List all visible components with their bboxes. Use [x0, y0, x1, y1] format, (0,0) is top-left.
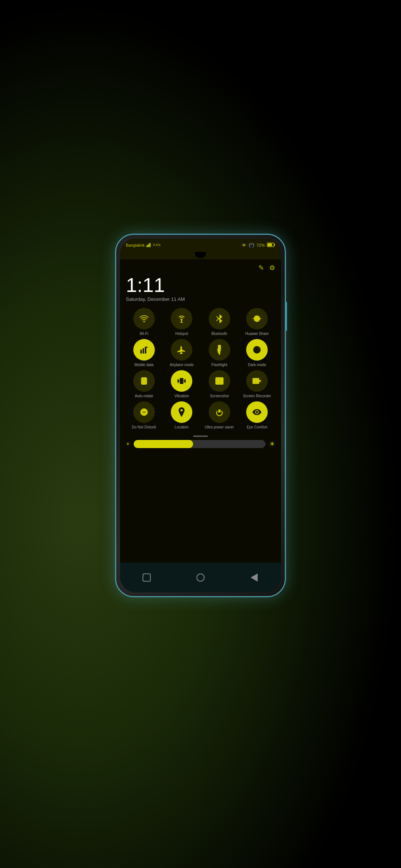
- home-icon: [196, 573, 205, 582]
- tile-eye-comfort[interactable]: Eye Comfort: [239, 401, 276, 430]
- tile-label-airplane: Airplane mode: [170, 363, 193, 367]
- svg-rect-28: [252, 378, 259, 384]
- status-right-icons: 👁 📳 72%: [242, 243, 275, 248]
- svg-rect-6: [268, 244, 272, 246]
- svg-rect-2: [149, 244, 150, 247]
- tile-vibration[interactable]: Vibration: [164, 370, 200, 398]
- tile-wifi[interactable]: Wi-Fi: [126, 308, 162, 336]
- svg-rect-17: [218, 345, 221, 349]
- svg-rect-18: [219, 353, 220, 355]
- tile-icon-mobile-data: [133, 339, 155, 361]
- tile-label-location: Location: [175, 425, 189, 430]
- vibrate-status-icon: 📳: [249, 243, 254, 248]
- tile-icon-bluetooth: [209, 308, 230, 329]
- battery-icon: [267, 243, 275, 248]
- tile-label-huawei-share: Huawei Share: [245, 332, 269, 336]
- brightness-max-icon: ☀: [269, 440, 275, 448]
- status-bar: Banglalink 3 K/s 👁 📳 72%: [120, 239, 281, 252]
- tile-icon-dark-mode: [246, 339, 268, 361]
- tile-flashlight[interactable]: Flashlight: [201, 339, 238, 367]
- svg-rect-30: [218, 410, 221, 412]
- tile-icon-auto-rotate: [133, 370, 155, 392]
- tile-label-wifi: Wi-Fi: [140, 332, 148, 336]
- tile-label-hotspot: Hotspot: [175, 332, 188, 336]
- tile-label-ultra-power: Ultra power saver: [205, 425, 234, 430]
- tile-auto-rotate[interactable]: Auto-rotate: [126, 370, 162, 398]
- brightness-bar: ☀ ☀: [126, 440, 275, 448]
- brightness-min-icon: ☀: [126, 441, 130, 447]
- tile-screen-recorder[interactable]: Screen Recorder: [239, 370, 276, 398]
- svg-rect-1: [147, 245, 149, 247]
- svg-rect-25: [184, 380, 185, 382]
- status-carrier: Banglalink 3 K/s: [126, 243, 160, 248]
- edit-button[interactable]: ✎: [258, 264, 264, 272]
- tile-location[interactable]: Location: [164, 401, 200, 430]
- tile-label-auto-rotate: Auto-rotate: [135, 394, 153, 398]
- tile-icon-vibration: [171, 370, 192, 392]
- control-panel: ✎ ⚙ 1:11 Saturday, December 11 AM Wi-FiH…: [120, 259, 281, 563]
- tile-label-do-not-disturb: Do Not Disturb: [132, 425, 156, 430]
- tile-icon-flashlight: [209, 339, 230, 361]
- back-button[interactable]: [248, 571, 261, 584]
- tile-icon-ultra-power: [209, 401, 230, 423]
- clock-date: Saturday, December 11 AM: [126, 296, 275, 302]
- svg-rect-5: [274, 244, 275, 246]
- svg-rect-21: [180, 378, 183, 384]
- tile-dark-mode[interactable]: Dark mode: [239, 339, 276, 367]
- tile-screenshot[interactable]: Screenshot: [201, 370, 238, 398]
- svg-marker-29: [259, 379, 261, 382]
- tile-label-dark-mode: Dark mode: [248, 363, 266, 367]
- svg-rect-0: [146, 246, 147, 247]
- tile-hotspot[interactable]: Hotspot: [164, 308, 200, 336]
- drag-handle[interactable]: [126, 434, 275, 438]
- notch-area: [120, 252, 281, 259]
- tile-icon-hotspot: [171, 308, 192, 329]
- tile-do-not-disturb[interactable]: Do Not Disturb: [126, 401, 162, 430]
- svg-rect-15: [143, 348, 144, 354]
- tile-airplane[interactable]: Airplane mode: [164, 339, 200, 367]
- drag-line: [193, 435, 208, 437]
- volume-button[interactable]: [285, 302, 287, 331]
- back-icon: [251, 573, 258, 582]
- quick-settings-grid: Wi-FiHotspotBluetoothHuawei ShareMobile …: [126, 308, 275, 430]
- tile-label-screen-recorder: Screen Recorder: [243, 394, 271, 398]
- svg-rect-27: [218, 379, 221, 382]
- tile-icon-eye-comfort: [246, 401, 268, 423]
- tile-bluetooth[interactable]: Bluetooth: [201, 308, 238, 336]
- tile-label-flashlight: Flashlight: [211, 363, 227, 367]
- brightness-track[interactable]: [134, 440, 265, 448]
- phone-screen: Banglalink 3 K/s 👁 📳 72%: [120, 239, 281, 592]
- battery-percent: 72%: [257, 243, 265, 247]
- tile-label-bluetooth: Bluetooth: [212, 332, 227, 336]
- tile-ultra-power[interactable]: Ultra power saver: [201, 401, 238, 430]
- svg-rect-3: [150, 243, 151, 247]
- tile-label-mobile-data: Mobile data: [134, 363, 154, 367]
- brightness-fill: [134, 440, 193, 448]
- clock-area: 1:11 Saturday, December 11 AM: [126, 275, 275, 302]
- tile-icon-location: [171, 401, 192, 423]
- home-button[interactable]: [194, 571, 207, 584]
- bottom-navigation: [120, 563, 281, 592]
- svg-rect-16: [145, 347, 146, 354]
- tile-icon-screen-recorder: [246, 370, 268, 392]
- data-speed: 3 K/s: [153, 243, 161, 247]
- svg-rect-24: [179, 380, 179, 382]
- eye-protection-icon: 👁: [242, 243, 247, 248]
- recent-apps-icon: [143, 573, 151, 582]
- tile-huawei-share[interactable]: Huawei Share: [239, 308, 276, 336]
- settings-button[interactable]: ⚙: [269, 264, 275, 272]
- tile-label-eye-comfort: Eye Comfort: [247, 425, 267, 430]
- tile-mobile-data[interactable]: Mobile data: [126, 339, 162, 367]
- tile-icon-airplane: [171, 339, 192, 361]
- clock-time: 1:11: [126, 275, 275, 295]
- signal-strength-icon: [146, 243, 151, 248]
- tile-label-screenshot: Screenshot: [210, 394, 229, 398]
- carrier-name: Banglalink: [126, 243, 145, 247]
- toolbar: ✎ ⚙: [126, 264, 275, 272]
- svg-point-13: [254, 316, 260, 322]
- tile-label-vibration: Vibration: [175, 394, 189, 398]
- recent-apps-button[interactable]: [140, 571, 153, 584]
- phone-frame: Banglalink 3 K/s 👁 📳 72%: [115, 234, 286, 597]
- svg-point-7: [181, 319, 183, 321]
- tile-icon-do-not-disturb: [133, 401, 155, 423]
